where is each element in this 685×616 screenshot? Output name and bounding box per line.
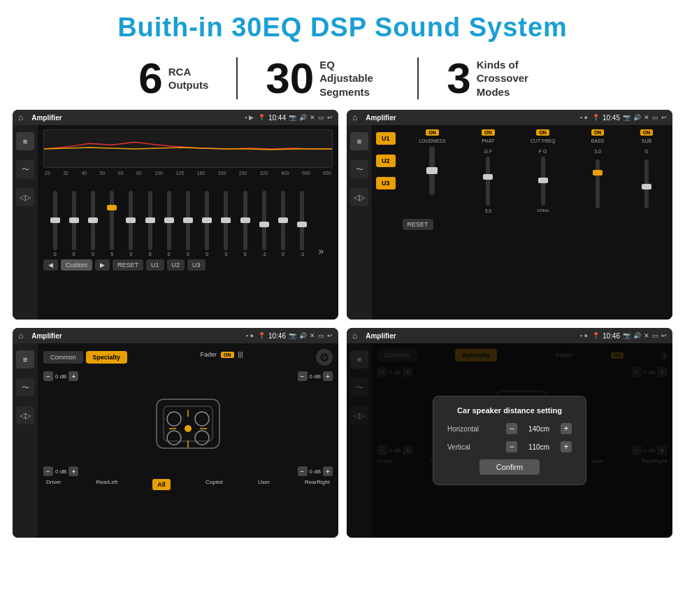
home-icon-4[interactable]: ⌂ [352,331,357,341]
home-icon-3[interactable]: ⌂ [18,331,23,341]
u2-btn-1[interactable]: U2 [167,259,185,271]
side-icons-2: ≡ 〜 ◁▷ [347,125,372,320]
position-labels: Driver RearLeft All Copilot User RearRig… [43,479,333,490]
status-icons-2: 📍 10:45 📷 🔊 ✕ ▭ ↩ [592,114,667,122]
amp-columns: ON LOUDNESS ON PHAT GF [400,125,672,320]
ch-br-plus[interactable]: + [323,466,333,476]
channel-controls-top: − 0 dB + − 0 dB + [43,371,333,381]
page-title: Buith-in 30EQ DSP Sound System [0,0,685,51]
dialog-box: Car speaker distance setting Horizontal … [433,396,586,485]
eq-slider-5: 0 [141,191,159,257]
specialty-tab[interactable]: Specialty [86,351,128,364]
horizontal-minus-btn[interactable]: − [506,423,517,434]
vertical-minus-btn[interactable]: − [506,441,517,452]
vertical-plus-btn[interactable]: + [561,441,572,452]
u3-btn-1[interactable]: U3 [187,259,206,271]
rearright-label: RearRight [305,479,330,490]
volume-icon-1: 🔊 [299,114,307,121]
eq-slider-8: 0 [199,191,216,257]
eq-graph [43,129,333,168]
eq-slider-1: 0 [65,191,82,257]
screen1-content: ≡ 〜 ◁▷ [13,125,338,320]
settings-icon[interactable]: ⚙ [316,349,333,366]
screen-dialog: ⌂ Amplifier ▪ ● 📍 10:46 📷 🔊 ✕ ▭ ↩ ≡ 〜 ◁▷ [347,328,672,538]
all-btn[interactable]: All [152,479,171,490]
col-sub: ON SUB G [640,129,654,213]
eq-freq-labels: 2532405063 80100125160200 25032040050063… [43,171,333,176]
volume-icon-2: 🔊 [633,114,641,121]
eq-slider-9: 0 [217,191,235,257]
speaker-icon-3[interactable]: ◁▷ [16,406,34,424]
reset-btn-1[interactable]: RESET [113,259,143,271]
prev-preset-btn[interactable]: ◀ [43,259,58,271]
fader-label: Fader [201,351,217,358]
custom-btn[interactable]: Custom [61,259,92,271]
eq-slider-13: -1 [294,191,311,257]
horizontal-ctrl: − 140cm + [506,423,572,434]
dialog-vertical-row: Vertical − 110cm + [447,441,572,452]
ch-tr-plus[interactable]: + [323,371,333,381]
status-icons-3: 📍 10:46 📷 🔊 ✕ ▭ ↩ [258,332,333,340]
u3-preset-btn[interactable]: U3 [376,177,396,189]
u1-btn-1[interactable]: U1 [146,259,164,271]
ch-ctrl-bl: − 0 dB + [43,466,78,476]
speaker-icon[interactable]: ◁▷ [16,188,34,206]
stat-eq-number: 30 [266,57,314,100]
confirm-button[interactable]: Confirm [480,459,540,475]
media-icon-1: ▪ ▶ [245,114,254,121]
back-icon-1: ↩ [327,114,333,121]
stat-rca-number: 6 [138,57,162,100]
window-icon-2: ▭ [652,114,658,121]
col-bass: ON BASS 3.0 [591,129,605,213]
u2-preset-btn[interactable]: U2 [376,155,396,167]
ch-tr-minus[interactable]: − [298,371,308,381]
svg-point-9 [185,425,192,432]
screen-amplifier: ⌂ Amplifier ▪ ● 📍 10:45 📷 🔊 ✕ ▭ ↩ ≡ 〜 ◁▷… [347,110,672,320]
camera-icon-4: 📷 [623,332,630,339]
ch-bl-minus[interactable]: − [43,466,53,476]
home-icon-2[interactable]: ⌂ [352,113,357,122]
eq-slider-expand[interactable]: » [312,245,330,257]
wave-icon[interactable]: 〜 [16,160,34,178]
stat-rca: 6 RCAOutputs [110,57,236,100]
location-icon-1: 📍 [258,114,266,121]
ch-tl-minus[interactable]: − [43,371,53,381]
status-bar-4: ⌂ Amplifier ▪ ● 📍 10:46 📷 🔊 ✕ ▭ ↩ [347,328,672,343]
status-icons-1: 📍 10:44 📷 🔊 ✕ ▭ ↩ [258,114,333,122]
speaker-icon-2[interactable]: ◁▷ [350,188,368,206]
home-icon-1[interactable]: ⌂ [18,113,23,122]
ch-tl-val: 0 dB [55,373,66,380]
user-label: User [258,479,270,490]
wave-icon-3[interactable]: 〜 [16,378,34,396]
stat-crossover-label: Kinds ofCrossover Modes [477,58,547,99]
ch-bl-plus[interactable]: + [68,466,78,476]
eq-icon[interactable]: ≡ [16,132,34,150]
dialog-overlay: Car speaker distance setting Horizontal … [347,343,672,538]
dialog-title: Car speaker distance setting [447,406,572,415]
reset-btn-2[interactable]: RESET [403,219,433,230]
common-tab[interactable]: Common [43,351,83,364]
ch-br-minus[interactable]: − [298,466,308,476]
fader-row: Fader ON ||| [201,351,243,358]
ch-tl-plus[interactable]: + [68,371,78,381]
stat-crossover: 3 Kinds ofCrossover Modes [419,57,574,100]
eq-icon-3[interactable]: ≡ [16,350,34,368]
side-icons-1: ≡ 〜 ◁▷ [13,125,38,320]
wave-icon-2[interactable]: 〜 [350,160,368,178]
screen4-content: ≡ 〜 ◁▷ Common Specialty Fader ON ||| −0 … [347,343,672,538]
screen-mixer: ⌂ Amplifier ▪ ● 📍 10:46 📷 🔊 ✕ ▭ ↩ ≡ 〜 ◁▷ [13,328,338,538]
ch-tr-val: 0 dB [310,373,321,380]
horizontal-plus-btn[interactable]: + [561,423,572,434]
back-icon-4: ↩ [661,332,667,339]
speaker-diagram [43,385,333,462]
rearleft-label: RearLeft [96,479,117,490]
status-bar-3: ⌂ Amplifier ▪ ● 📍 10:46 📷 🔊 ✕ ▭ ↩ [13,328,338,343]
eq-icon-2[interactable]: ≡ [350,132,368,150]
copilot-label: Copilot [206,479,223,490]
screen1-time: 10:44 [268,114,286,122]
u1-preset-btn[interactable]: U1 [376,132,396,145]
next-preset-btn[interactable]: ▶ [95,259,110,271]
media-icon-3: ▪ ● [246,332,254,339]
back-icon-3: ↩ [327,332,333,339]
volume-icon-3: 🔊 [299,332,307,339]
